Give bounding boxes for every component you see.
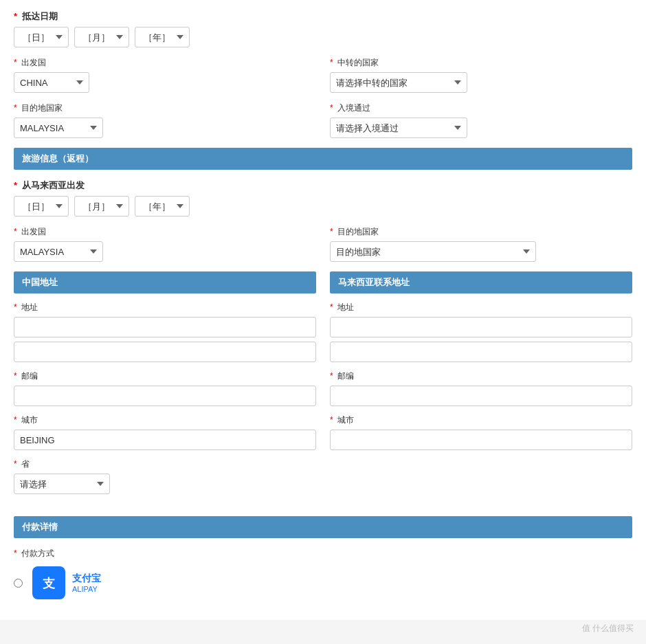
- transit-country-group: * 中转的国家 请选择中转的国家: [330, 57, 632, 93]
- arrival-date-row: ［日］ 12345 678910 1112131415 1617181920 2…: [14, 27, 632, 47]
- malaysia-address-field: * 地址: [330, 302, 632, 362]
- china-province-label: * 省: [14, 458, 316, 470]
- return-country-row: * 出发国 MALAYSIA * 目的地国家 目的地国家: [14, 226, 632, 262]
- payment-section: 付款详情 * 付款方式 支 支付宝 ALIPAY: [14, 516, 632, 599]
- china-address-field: * 地址: [14, 302, 316, 362]
- return-depart-label: * 从马来西亚出发: [14, 179, 632, 192]
- arrival-year-wrap: ［年］ 2023202420252026: [135, 27, 190, 47]
- svg-text:支: 支: [42, 577, 56, 590]
- arrival-year-select[interactable]: ［年］ 2023202420252026: [135, 27, 190, 47]
- return-departure-country-label: * 出发国: [14, 226, 316, 238]
- return-month-wrap: ［月］ 12345 678910 1112: [74, 196, 129, 216]
- transit-country-label: * 中转的国家: [330, 57, 632, 69]
- transit-country-select[interactable]: 请选择中转的国家: [330, 72, 467, 93]
- china-address-header: 中国地址: [14, 271, 316, 293]
- destination-entry-row: * 目的地国家 MALAYSIA * 入境通过 请选择入境通过: [14, 102, 632, 138]
- malaysia-city-input[interactable]: [330, 430, 632, 450]
- alipay-chinese-label: 支付宝: [72, 573, 101, 585]
- departure-country-label: * 出发国: [14, 57, 316, 69]
- destination-country-group: * 目的地国家 MALAYSIA: [14, 102, 316, 138]
- return-year-select[interactable]: ［年］ 2023202420252026: [135, 196, 190, 216]
- china-city-input[interactable]: [14, 430, 316, 450]
- return-date-row: ［日］ 12345 678910 1112131415 1617181920 2…: [14, 196, 632, 216]
- return-year-wrap: ［年］ 2023202420252026: [135, 196, 190, 216]
- malaysia-city-label: * 城市: [330, 414, 632, 426]
- china-zip-label: * 邮编: [14, 370, 316, 382]
- malaysia-address-input-1[interactable]: [330, 317, 632, 337]
- destination-country-label: * 目的地国家: [14, 102, 316, 114]
- alipay-svg: 支: [38, 573, 59, 593]
- return-destination-country-group: * 目的地国家 目的地国家: [330, 226, 632, 262]
- return-departure-country-select[interactable]: MALAYSIA: [14, 241, 103, 262]
- arrival-day-wrap: ［日］ 12345 678910 1112131415 1617181920 2…: [14, 27, 69, 47]
- china-zip-field: * 邮编: [14, 370, 316, 406]
- malaysia-address-col: 马来西亚联系地址 * 地址 * 邮编 * 城市: [330, 271, 632, 502]
- destination-country-select[interactable]: MALAYSIA: [14, 118, 103, 138]
- malaysia-address-label: * 地址: [330, 302, 632, 313]
- malaysia-city-field: * 城市: [330, 414, 632, 450]
- alipay-label-group: 支付宝 ALIPAY: [72, 573, 101, 593]
- china-address-input-1[interactable]: [14, 317, 316, 337]
- entry-through-select[interactable]: 请选择入境通过: [330, 118, 467, 138]
- payment-method-label: * 付款方式: [14, 548, 632, 559]
- arrival-date-label: * 抵达日期: [14, 10, 632, 23]
- malaysia-zip-label: * 邮编: [330, 370, 632, 382]
- return-departure-country-group: * 出发国 MALAYSIA: [14, 226, 316, 262]
- required-star: *: [14, 11, 17, 21]
- alipay-logo-icon: 支: [32, 566, 65, 599]
- return-section-header: 旅游信息（返程）: [14, 148, 632, 170]
- return-month-select[interactable]: ［月］ 12345 678910 1112: [74, 196, 129, 216]
- malaysia-zip-input[interactable]: [330, 386, 632, 406]
- arrival-day-select[interactable]: ［日］ 12345 678910 1112131415 1617181920 2…: [14, 27, 69, 47]
- arrival-month-wrap: ［月］ 12345 678910 1112: [74, 27, 129, 47]
- page-container: * 抵达日期 ［日］ 12345 678910 1112131415 16171…: [0, 0, 646, 620]
- china-zip-input[interactable]: [14, 386, 316, 406]
- return-destination-country-label: * 目的地国家: [330, 226, 632, 238]
- address-columns: 中国地址 * 地址 * 邮编 * 城市: [14, 271, 632, 502]
- departure-transit-row: * 出发国 CHINA * 中转的国家 请选择中转的国家: [14, 57, 632, 93]
- china-province-select[interactable]: 请选择 北京上海广东 浙江江苏四川 湖北湖南河南 山东福建陕西 云南贵州其他: [14, 474, 110, 494]
- china-city-field: * 城市: [14, 414, 316, 450]
- malaysia-zip-field: * 邮编: [330, 370, 632, 406]
- china-address-col: 中国地址 * 地址 * 邮编 * 城市: [14, 271, 316, 502]
- china-city-label: * 城市: [14, 414, 316, 426]
- departure-country-group: * 出发国 CHINA: [14, 57, 316, 93]
- entry-through-group: * 入境通过 请选择入境通过: [330, 102, 632, 138]
- arrival-month-select[interactable]: ［月］ 12345 678910 1112: [74, 27, 129, 47]
- return-day-select[interactable]: ［日］ 12345 678910 1112131415 1617181920 2…: [14, 196, 69, 216]
- entry-through-label: * 入境通过: [330, 102, 632, 114]
- return-day-wrap: ［日］ 12345 678910 1112131415 1617181920 2…: [14, 196, 69, 216]
- return-departure-section: * 从马来西亚出发 ［日］ 12345 678910 1112131415 16…: [14, 179, 632, 216]
- alipay-row: 支 支付宝 ALIPAY: [14, 566, 632, 599]
- alipay-english-label: ALIPAY: [72, 585, 101, 593]
- malaysia-address-header: 马来西亚联系地址: [330, 271, 632, 293]
- arrival-date-section: * 抵达日期 ［日］ 12345 678910 1112131415 16171…: [14, 10, 632, 47]
- alipay-radio[interactable]: [14, 579, 23, 588]
- departure-country-select[interactable]: CHINA: [14, 72, 89, 93]
- return-destination-country-select[interactable]: 目的地国家: [330, 241, 536, 262]
- china-address-input-2[interactable]: [14, 342, 316, 362]
- china-address-label: * 地址: [14, 302, 316, 313]
- china-province-field: * 省 请选择 北京上海广东 浙江江苏四川 湖北湖南河南 山东福建陕西 云南贵州…: [14, 458, 316, 494]
- malaysia-address-input-2[interactable]: [330, 342, 632, 362]
- payment-header: 付款详情: [14, 516, 632, 538]
